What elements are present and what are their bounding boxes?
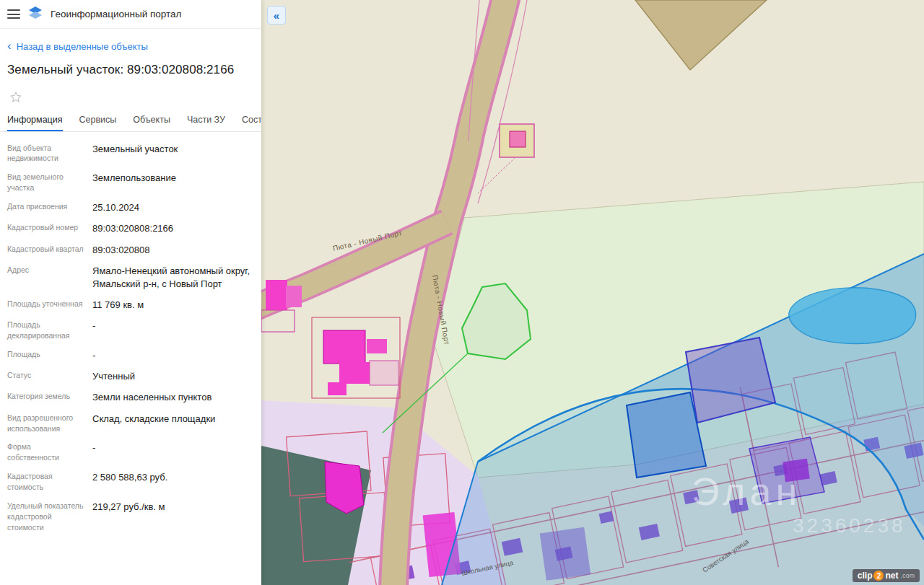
field-label: Вид земельного участка [7,172,84,193]
star-icon [9,90,23,105]
field-row: Кадастровая стоимость2 580 588,63 руб. [7,467,254,497]
field-value: 219,27 руб./кв. м [92,501,254,514]
field-label: Вид объекта недвижимости [7,143,84,164]
app-logo [27,5,43,24]
tabs-bar: ИнформацияСервисыОбъектыЧасти ЗУСостав▸ [0,109,261,132]
clip2net-part2: 2 [873,571,884,581]
field-label: Форма собственности [7,441,84,463]
tab-1[interactable]: Информация [7,109,63,131]
field-row: Дата присвоения25.10.2024 [7,198,254,219]
field-value: - [92,349,254,362]
app-title: Геоинформационный портал [51,9,181,19]
clip2net-part1: clip [858,571,873,581]
field-row: Площадь декларированная- [7,316,254,346]
field-row: Форма собственности- [7,438,254,467]
field-row: АдресЯмало-Ненецкий автономный округ, Ям… [7,260,254,294]
field-label: Дата присвоения [7,201,84,212]
field-value: Ямало-Ненецкий автономный округ, Ямальск… [92,265,254,291]
field-value: 2 580 588,63 руб. [92,471,254,484]
tab-5[interactable]: Состав [242,109,261,131]
page-title: Земельный участок: 89:03:020808:2166 [7,63,254,77]
field-row: СтатусУчтенный [7,366,254,387]
field-row: Площадь- [7,346,254,366]
clip2net-part3: net [885,571,898,581]
tab-4[interactable]: Части ЗУ [187,109,225,131]
clip2net-part4: .com [900,572,915,579]
field-value: 25.10.2024 [92,201,254,214]
field-value: Учтенный [92,370,254,383]
tab-3[interactable]: Объекты [133,109,170,131]
info-panel: Геоинформационный портал ‹ Назад в выдел… [0,0,261,585]
attributes-list: Вид объекта недвижимостиЗемельный участо… [0,132,261,544]
back-link[interactable]: ‹ Назад в выделенные объекты [7,41,254,52]
field-label: Вид разрешенного использования [7,413,84,434]
field-row: Удельный показатель кадастровой стоимост… [7,497,254,537]
field-label: Категория земель [7,391,84,402]
field-value: 89:03:020808:2166 [92,222,254,235]
map-area[interactable]: Пюта - Новый Порт Пюта - Новый Порт Школ… [261,0,924,585]
back-chevron-icon: ‹ [7,40,12,52]
field-value: - [92,320,254,333]
field-label: Площадь уточненная [7,299,84,309]
field-label: Адрес [7,265,84,276]
field-row: Площадь уточненная11 769 кв. м [7,295,254,316]
menu-icon[interactable] [7,8,20,20]
back-link-label: Назад в выделенные объекты [17,41,148,52]
field-value: 11 769 кв. м [92,299,254,312]
field-value: 89:03:020808 [92,244,254,257]
field-row: Кадастровый номер89:03:020808:2166 [7,219,254,239]
map-canvas[interactable]: Пюта - Новый Порт Пюта - Новый Порт Школ… [261,0,924,585]
field-row: Категория земельЗемли населенных пунктов [7,387,254,408]
field-row: Вид земельного участкаЗемлепользование [7,168,254,198]
geoportal-app: Геоинформационный портал ‹ Назад в выдел… [0,0,924,585]
field-row: Вид объекта недвижимостиЗемельный участо… [7,138,254,168]
field-label: Площадь [7,349,84,360]
field-value: - [92,441,254,454]
field-value: Склад, складские площадки [92,413,254,426]
field-value: Землепользование [92,172,254,185]
field-label: Площадь декларированная [7,320,84,341]
pond [789,288,916,343]
field-row: Вид разрешенного использованияСклад, скл… [7,408,254,438]
tab-2[interactable]: Сервисы [79,109,117,131]
watermark-text-large: Элан [692,470,801,513]
field-label: Статус [7,370,84,381]
collapse-panel-button[interactable]: « [267,6,286,25]
field-label: Удельный показатель кадастровой стоимост… [7,501,84,533]
clip2net-watermark: clip 2 net .com [853,569,920,582]
field-value: Земельный участок [92,143,254,156]
field-label: Кадастровый квартал [7,244,84,255]
field-row: Кадастровый квартал89:03:020808 [7,239,254,260]
favorite-star-button[interactable] [7,89,25,106]
watermark-text-digits: 32360238 [793,514,906,537]
field-label: Кадастровая стоимость [7,471,84,493]
field-value: Земли населенных пунктов [92,391,254,404]
field-label: Кадастровый номер [7,222,84,233]
top-bar: Геоинформационный портал [0,0,261,29]
